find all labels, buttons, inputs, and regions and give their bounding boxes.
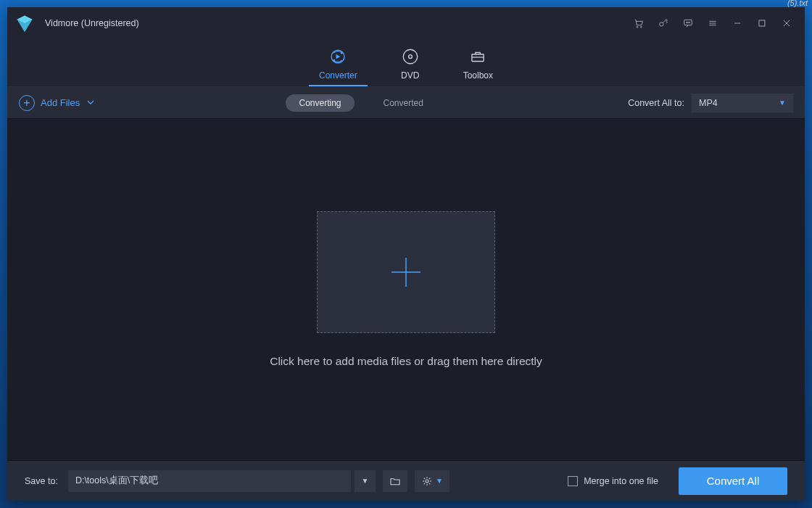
dropbox[interactable] — [317, 211, 495, 333]
tab-dvd[interactable]: DVD — [401, 47, 420, 86]
convert-all-to-label: Convert All to: — [628, 98, 684, 108]
maximize-button[interactable] — [750, 7, 774, 39]
triangle-down-icon: ▼ — [361, 477, 368, 485]
converted-tab[interactable]: Converted — [370, 94, 436, 112]
main-tabs: Converter DVD Toolbox — [7, 39, 805, 87]
svg-point-13 — [426, 480, 428, 483]
svg-rect-12 — [472, 54, 484, 62]
svg-point-6 — [689, 22, 689, 22]
svg-point-5 — [687, 22, 688, 22]
dropzone[interactable]: Click here to add media files or drag th… — [7, 119, 805, 460]
action-bar: + Add Files Converting Converted Convert… — [7, 87, 805, 119]
converter-icon — [328, 47, 347, 66]
app-title: Vidmore (Unregistered) — [45, 18, 139, 28]
desktop-corner-filename: (5).txt — [787, 0, 808, 7]
tab-toolbox[interactable]: Toolbox — [463, 47, 493, 86]
svg-point-10 — [403, 49, 418, 64]
svg-rect-7 — [759, 20, 765, 26]
key-icon[interactable] — [651, 7, 676, 39]
triangle-down-icon: ▼ — [436, 477, 443, 485]
save-to-label: Save to: — [25, 476, 58, 486]
feedback-icon[interactable] — [676, 7, 700, 39]
minimize-button[interactable] — [725, 7, 750, 39]
close-button[interactable] — [774, 7, 799, 39]
save-path-value: D:\tools\桌面\下载吧 — [75, 475, 158, 487]
dvd-icon — [401, 47, 420, 66]
svg-point-2 — [660, 22, 663, 26]
app-window: Vidmore (Unregistered) Converter DVD T — [7, 7, 805, 501]
save-path-dropdown[interactable]: ▼ — [354, 470, 376, 492]
format-value: MP4 — [699, 98, 718, 108]
open-folder-button[interactable] — [383, 470, 407, 492]
svg-point-0 — [637, 27, 638, 28]
convert-all-button[interactable]: Convert All — [679, 467, 787, 495]
tab-label: DVD — [401, 70, 419, 81]
save-path-field[interactable]: D:\tools\桌面\下载吧 — [68, 470, 351, 492]
status-toggle: Converting Converted — [102, 94, 621, 112]
output-format-select[interactable]: MP4 ▼ — [692, 94, 793, 112]
plus-circle-icon: + — [19, 95, 35, 111]
toolbox-icon — [468, 47, 487, 66]
app-logo — [14, 13, 35, 33]
bottom-bar: Save to: D:\tools\桌面\下载吧 ▼ ▼ Merge into … — [7, 460, 805, 501]
tab-label: Converter — [319, 70, 357, 81]
add-files-label: Add Files — [41, 97, 80, 108]
chevron-down-icon — [87, 97, 94, 108]
menu-icon[interactable] — [700, 7, 725, 39]
tab-converter[interactable]: Converter — [319, 47, 357, 86]
svg-point-4 — [686, 22, 687, 22]
dropzone-hint: Click here to add media files or drag th… — [270, 355, 542, 368]
svg-point-11 — [408, 55, 412, 59]
big-plus-icon — [389, 255, 423, 290]
tab-label: Toolbox — [463, 70, 493, 81]
converting-tab[interactable]: Converting — [286, 94, 354, 112]
cart-icon[interactable] — [626, 7, 651, 39]
checkbox-icon — [568, 476, 578, 486]
merge-label: Merge into one file — [584, 476, 658, 486]
merge-checkbox[interactable]: Merge into one file — [568, 476, 658, 486]
svg-point-1 — [641, 27, 642, 28]
triangle-down-icon: ▼ — [779, 99, 786, 107]
svg-marker-9 — [336, 54, 341, 60]
settings-button[interactable]: ▼ — [415, 470, 450, 492]
titlebar: Vidmore (Unregistered) — [7, 7, 805, 39]
add-files-button[interactable]: + Add Files — [19, 95, 94, 111]
